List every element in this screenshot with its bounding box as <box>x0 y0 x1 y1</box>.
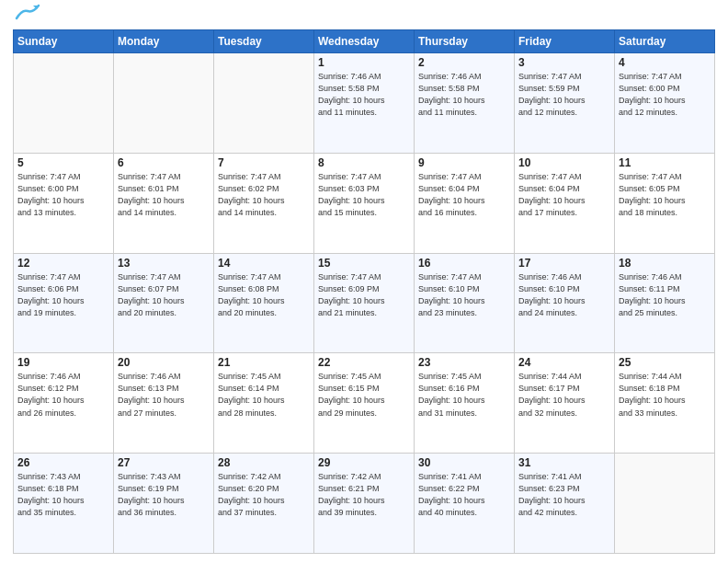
calendar-cell: 21Sunrise: 7:45 AM Sunset: 6:14 PM Dayli… <box>214 353 314 454</box>
calendar-cell: 12Sunrise: 7:47 AM Sunset: 6:06 PM Dayli… <box>14 253 114 353</box>
day-info: Sunrise: 7:43 AM Sunset: 6:18 PM Dayligh… <box>17 471 109 519</box>
day-number: 23 <box>418 356 510 369</box>
day-number: 12 <box>17 257 109 270</box>
day-number: 2 <box>418 56 510 69</box>
col-header-wednesday: Wednesday <box>314 30 415 53</box>
day-info: Sunrise: 7:47 AM Sunset: 6:00 PM Dayligh… <box>619 71 711 119</box>
calendar-cell: 7Sunrise: 7:47 AM Sunset: 6:02 PM Daylig… <box>214 153 314 253</box>
col-header-saturday: Saturday <box>615 30 715 53</box>
day-number: 29 <box>318 456 410 469</box>
day-info: Sunrise: 7:41 AM Sunset: 6:23 PM Dayligh… <box>518 471 610 519</box>
week-row-2: 12Sunrise: 7:47 AM Sunset: 6:06 PM Dayli… <box>14 253 715 353</box>
calendar-cell: 8Sunrise: 7:47 AM Sunset: 6:03 PM Daylig… <box>314 153 415 253</box>
day-info: Sunrise: 7:47 AM Sunset: 6:00 PM Dayligh… <box>17 171 109 219</box>
calendar-cell: 18Sunrise: 7:46 AM Sunset: 6:11 PM Dayli… <box>615 253 715 353</box>
day-number: 3 <box>518 56 610 69</box>
day-number: 4 <box>619 56 711 69</box>
day-info: Sunrise: 7:47 AM Sunset: 6:08 PM Dayligh… <box>218 271 310 319</box>
calendar-cell: 10Sunrise: 7:47 AM Sunset: 6:04 PM Dayli… <box>515 153 615 253</box>
calendar-cell: 27Sunrise: 7:43 AM Sunset: 6:19 PM Dayli… <box>114 454 214 554</box>
day-number: 16 <box>418 257 510 270</box>
col-header-friday: Friday <box>515 30 615 53</box>
col-header-tuesday: Tuesday <box>214 30 314 53</box>
day-info: Sunrise: 7:47 AM Sunset: 6:10 PM Dayligh… <box>418 271 510 319</box>
calendar-cell: 17Sunrise: 7:46 AM Sunset: 6:10 PM Dayli… <box>515 253 615 353</box>
day-number: 21 <box>218 356 310 369</box>
day-info: Sunrise: 7:45 AM Sunset: 6:14 PM Dayligh… <box>218 371 310 419</box>
day-number: 6 <box>118 156 210 169</box>
day-info: Sunrise: 7:47 AM Sunset: 6:02 PM Dayligh… <box>218 171 310 219</box>
day-info: Sunrise: 7:44 AM Sunset: 6:18 PM Dayligh… <box>619 371 711 419</box>
day-info: Sunrise: 7:45 AM Sunset: 6:15 PM Dayligh… <box>318 371 410 419</box>
day-number: 28 <box>218 456 310 469</box>
col-header-monday: Monday <box>114 30 214 53</box>
calendar-cell: 26Sunrise: 7:43 AM Sunset: 6:18 PM Dayli… <box>14 454 114 554</box>
day-info: Sunrise: 7:46 AM Sunset: 6:11 PM Dayligh… <box>619 271 711 319</box>
day-number: 1 <box>318 56 410 69</box>
calendar-cell: 6Sunrise: 7:47 AM Sunset: 6:01 PM Daylig… <box>114 153 214 253</box>
day-number: 15 <box>318 257 410 270</box>
day-info: Sunrise: 7:42 AM Sunset: 6:21 PM Dayligh… <box>318 471 410 519</box>
day-info: Sunrise: 7:46 AM Sunset: 6:10 PM Dayligh… <box>518 271 610 319</box>
col-header-sunday: Sunday <box>14 30 114 53</box>
day-number: 20 <box>118 356 210 369</box>
day-info: Sunrise: 7:46 AM Sunset: 6:12 PM Dayligh… <box>17 371 109 419</box>
week-row-1: 5Sunrise: 7:47 AM Sunset: 6:00 PM Daylig… <box>14 153 715 253</box>
logo-bird-icon <box>15 2 40 22</box>
day-info: Sunrise: 7:46 AM Sunset: 6:13 PM Dayligh… <box>118 371 210 419</box>
day-number: 31 <box>518 456 610 469</box>
day-number: 25 <box>619 356 711 369</box>
day-info: Sunrise: 7:47 AM Sunset: 6:09 PM Dayligh… <box>318 271 410 319</box>
calendar-cell: 4Sunrise: 7:47 AM Sunset: 6:00 PM Daylig… <box>615 53 715 154</box>
day-number: 19 <box>17 356 109 369</box>
col-header-thursday: Thursday <box>415 30 515 53</box>
day-info: Sunrise: 7:42 AM Sunset: 6:20 PM Dayligh… <box>218 471 310 519</box>
calendar-cell <box>214 53 314 154</box>
header <box>13 9 715 22</box>
day-number: 5 <box>17 156 109 169</box>
day-number: 7 <box>218 156 310 169</box>
calendar-cell: 1Sunrise: 7:46 AM Sunset: 5:58 PM Daylig… <box>314 53 415 154</box>
day-number: 24 <box>518 356 610 369</box>
calendar-cell <box>615 454 715 554</box>
calendar-cell: 13Sunrise: 7:47 AM Sunset: 6:07 PM Dayli… <box>114 253 214 353</box>
calendar-cell: 16Sunrise: 7:47 AM Sunset: 6:10 PM Dayli… <box>415 253 515 353</box>
day-info: Sunrise: 7:47 AM Sunset: 6:05 PM Dayligh… <box>619 171 711 219</box>
calendar-cell: 9Sunrise: 7:47 AM Sunset: 6:04 PM Daylig… <box>415 153 515 253</box>
calendar-cell: 24Sunrise: 7:44 AM Sunset: 6:17 PM Dayli… <box>515 353 615 454</box>
day-number: 14 <box>218 257 310 270</box>
day-info: Sunrise: 7:47 AM Sunset: 5:59 PM Dayligh… <box>518 71 610 119</box>
day-number: 9 <box>418 156 510 169</box>
day-info: Sunrise: 7:46 AM Sunset: 5:58 PM Dayligh… <box>418 71 510 119</box>
day-info: Sunrise: 7:47 AM Sunset: 6:01 PM Dayligh… <box>118 171 210 219</box>
calendar-cell: 30Sunrise: 7:41 AM Sunset: 6:22 PM Dayli… <box>415 454 515 554</box>
day-number: 11 <box>619 156 711 169</box>
day-number: 26 <box>17 456 109 469</box>
day-number: 8 <box>318 156 410 169</box>
day-info: Sunrise: 7:41 AM Sunset: 6:22 PM Dayligh… <box>418 471 510 519</box>
day-info: Sunrise: 7:47 AM Sunset: 6:04 PM Dayligh… <box>418 171 510 219</box>
day-number: 27 <box>118 456 210 469</box>
calendar-cell: 11Sunrise: 7:47 AM Sunset: 6:05 PM Dayli… <box>615 153 715 253</box>
day-number: 22 <box>318 356 410 369</box>
calendar-cell: 23Sunrise: 7:45 AM Sunset: 6:16 PM Dayli… <box>415 353 515 454</box>
calendar-cell: 14Sunrise: 7:47 AM Sunset: 6:08 PM Dayli… <box>214 253 314 353</box>
calendar-cell: 25Sunrise: 7:44 AM Sunset: 6:18 PM Dayli… <box>615 353 715 454</box>
day-info: Sunrise: 7:46 AM Sunset: 5:58 PM Dayligh… <box>318 71 410 119</box>
week-row-0: 1Sunrise: 7:46 AM Sunset: 5:58 PM Daylig… <box>14 53 715 154</box>
calendar-cell: 3Sunrise: 7:47 AM Sunset: 5:59 PM Daylig… <box>515 53 615 154</box>
day-number: 17 <box>518 257 610 270</box>
day-info: Sunrise: 7:47 AM Sunset: 6:03 PM Dayligh… <box>318 171 410 219</box>
day-info: Sunrise: 7:44 AM Sunset: 6:17 PM Dayligh… <box>518 371 610 419</box>
calendar-header-row: SundayMondayTuesdayWednesdayThursdayFrid… <box>14 30 715 53</box>
day-info: Sunrise: 7:45 AM Sunset: 6:16 PM Dayligh… <box>418 371 510 419</box>
day-number: 13 <box>118 257 210 270</box>
calendar-cell: 2Sunrise: 7:46 AM Sunset: 5:58 PM Daylig… <box>415 53 515 154</box>
logo <box>13 9 40 22</box>
calendar-cell: 5Sunrise: 7:47 AM Sunset: 6:00 PM Daylig… <box>14 153 114 253</box>
calendar-cell <box>14 53 114 154</box>
page: SundayMondayTuesdayWednesdayThursdayFrid… <box>0 0 728 563</box>
day-number: 18 <box>619 257 711 270</box>
calendar-cell: 15Sunrise: 7:47 AM Sunset: 6:09 PM Dayli… <box>314 253 415 353</box>
week-row-3: 19Sunrise: 7:46 AM Sunset: 6:12 PM Dayli… <box>14 353 715 454</box>
